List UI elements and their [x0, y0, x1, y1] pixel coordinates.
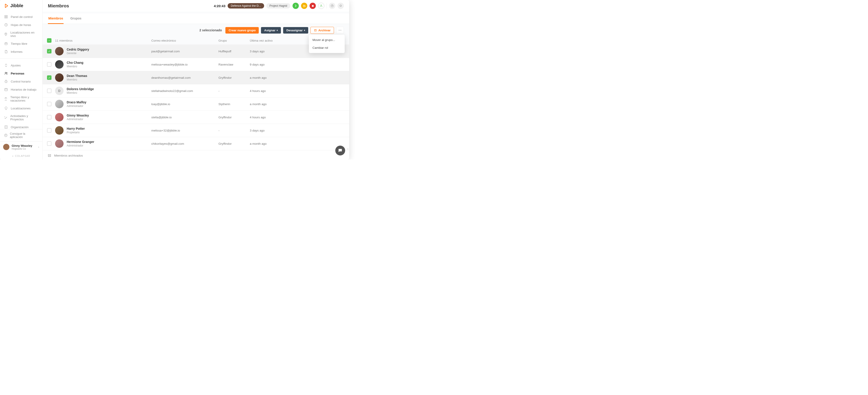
row-checkbox[interactable]: ✓	[47, 49, 52, 54]
table-row[interactable]: Hermione GrangerAdministradorchikoritaye…	[42, 137, 349, 150]
sidebar-item-horarios-de-trabajo[interactable]: Horarios de trabajo	[0, 86, 42, 94]
download-icon	[4, 134, 8, 137]
table-row[interactable]: Cho ChangMiembromelissa+weasley@jibble.i…	[42, 58, 349, 71]
timer: 4:20:43	[214, 4, 225, 8]
help-icon[interactable]	[329, 3, 335, 9]
sidebar-item-tiempo-libre[interactable]: Tiempo libre	[0, 40, 42, 47]
sidebar-item-ajustes[interactable]: Ajustes	[0, 61, 42, 69]
dropdown-move-group[interactable]: Mover al grupo...	[309, 36, 345, 44]
unassign-button[interactable]: Desasignar ▾	[283, 27, 308, 34]
svg-point-5	[6, 33, 6, 34]
nav-icon	[4, 97, 8, 101]
table-row[interactable]: Ginny WeasleyAdministradorstella@jibble.…	[42, 110, 349, 124]
member-last-active: a month ago	[250, 102, 345, 106]
member-email: stella@jibble.io	[151, 116, 218, 119]
tabs: MiembrosGrupos	[42, 13, 349, 24]
sidebar-item-localizaciones[interactable]: Localizaciones	[0, 104, 42, 112]
toolbar: 2 seleccionado Crear nuevo grupo Asignar…	[42, 24, 349, 36]
table-header: − 11 miembros Correo electrónico Grupo Ú…	[42, 36, 349, 44]
sidebar-item-organización[interactable]: Organización	[0, 123, 42, 129]
sidebar-item-informes[interactable]: Informes	[0, 47, 42, 56]
create-group-button[interactable]: Crear nuevo grupo	[225, 27, 259, 34]
member-role: Administrador	[67, 104, 86, 107]
assign-button[interactable]: Asignar ▾	[261, 27, 281, 34]
member-email: paul@getairmail.com	[151, 50, 218, 53]
chevron-down-icon: ▾	[304, 29, 305, 32]
nav-icon	[4, 50, 8, 54]
svg-rect-0	[5, 15, 6, 17]
nav-icon	[4, 32, 8, 36]
sidebar-item-panel-de-control[interactable]: Panel de control	[0, 13, 42, 21]
dropdown-change-role[interactable]: Cambiar rol	[309, 44, 345, 52]
activity-pill[interactable]: Defence Against the D...	[228, 3, 264, 8]
more-dropdown: Mover al grupo... Cambiar rol	[309, 35, 345, 53]
sidebar-user[interactable]: Ginny Weasley Hogwarts Co ›	[0, 141, 42, 152]
members-table: − 11 miembros Correo electrónico Grupo Ú…	[42, 36, 349, 160]
nav-label: Personas	[11, 72, 24, 75]
member-role: Miembro	[67, 65, 84, 68]
row-checkbox[interactable]: ✓	[47, 75, 52, 80]
member-email: loay@jibble.io	[151, 102, 218, 106]
row-checkbox[interactable]	[47, 141, 52, 146]
archive-label: Archivar	[318, 29, 331, 32]
settings-icon[interactable]	[338, 3, 344, 9]
nav-icon	[4, 42, 8, 45]
sidebar-item-hojas-de-horas[interactable]: Hojas de horas	[0, 21, 42, 29]
svg-point-7	[5, 72, 6, 73]
select-all-checkbox[interactable]: −	[47, 38, 52, 43]
nav-icon	[4, 116, 8, 120]
chevron-down-icon: ▾	[277, 29, 278, 32]
archived-label: Miembros archivados	[54, 154, 83, 157]
row-checkbox[interactable]	[47, 89, 52, 93]
row-checkbox[interactable]	[47, 128, 52, 133]
archived-members-row[interactable]: Miembros archivados	[42, 150, 349, 160]
sidebar-item-control-horario[interactable]: Control horario	[0, 77, 42, 86]
more-button[interactable]: ⋯	[336, 27, 344, 34]
stop-icon[interactable]	[310, 3, 316, 9]
table-row[interactable]: DDolores UmbridgeMiembrostellahadiwinoto…	[42, 84, 349, 97]
nav-label: Ajustes	[11, 64, 21, 67]
sidebar-item-personas[interactable]: Personas	[0, 69, 42, 77]
project-pill[interactable]: Project Hagrid	[266, 3, 290, 8]
get-app-link[interactable]: Consigue la aplicación	[0, 129, 42, 141]
svg-rect-11	[5, 126, 7, 128]
sidebar-item-localizaciones-en-vivo[interactable]: Localizaciones en vivo	[0, 29, 42, 40]
member-email: deanthomas@getairmail.com	[151, 76, 218, 79]
member-email: melissa+32@jibble.io	[151, 129, 218, 132]
archive-button[interactable]: Archivar	[310, 27, 334, 34]
archive-icon	[314, 29, 317, 32]
break-icon[interactable]	[301, 3, 307, 9]
row-checkbox[interactable]	[47, 102, 52, 106]
member-email: melissa+weasley@jibble.io	[151, 63, 218, 66]
row-checkbox[interactable]	[47, 115, 52, 120]
logo[interactable]: Jibble	[0, 0, 42, 11]
tab-miembros[interactable]: Miembros	[48, 13, 64, 24]
tab-grupos[interactable]: Grupos	[70, 13, 82, 24]
sidebar-item-tiempo-libre-y-vacaciones[interactable]: Tiempo libre y vacaciones	[0, 94, 42, 104]
nav-label: Horarios de trabajo	[11, 88, 36, 91]
status-green-icon[interactable]	[292, 3, 299, 9]
next-arrow[interactable]: ›	[345, 146, 349, 152]
avatar	[3, 144, 9, 150]
member-last-active: a month ago	[250, 142, 345, 145]
member-name: Harry Potter	[67, 127, 85, 130]
chat-fab[interactable]	[335, 145, 345, 156]
member-last-active: 9 days ago	[250, 63, 345, 66]
member-last-active: a month ago	[250, 76, 345, 79]
sidebar-item-actividades-y-proyectos[interactable]: Actividades y Proyectos	[0, 112, 42, 123]
collapse-button[interactable]: « COLAPSAR	[0, 152, 42, 160]
svg-rect-13	[312, 5, 313, 6]
avatar: D	[55, 87, 64, 95]
archive-box-icon	[48, 154, 52, 158]
member-name: Ginny Weasley	[67, 113, 89, 117]
table-row[interactable]: Draco MalfoyAdministradorloay@jibble.ioS…	[42, 97, 349, 110]
table-row[interactable]: ✓Cedric DiggoryGerentepaul@getairmail.co…	[42, 44, 349, 58]
row-checkbox[interactable]	[47, 62, 52, 67]
brand-name: Jibble	[10, 3, 23, 8]
table-row[interactable]: Harry PotterPropietariomelissa+32@jibble…	[42, 124, 349, 137]
table-row[interactable]: ✓Dean ThomasMiembrodeanthomas@getairmail…	[42, 71, 349, 84]
svg-rect-10	[5, 88, 7, 91]
main: Miembros 4:20:43 Defence Against the D..…	[42, 0, 349, 160]
nav-label: Informes	[11, 50, 23, 54]
user-status-icon[interactable]	[318, 3, 324, 9]
